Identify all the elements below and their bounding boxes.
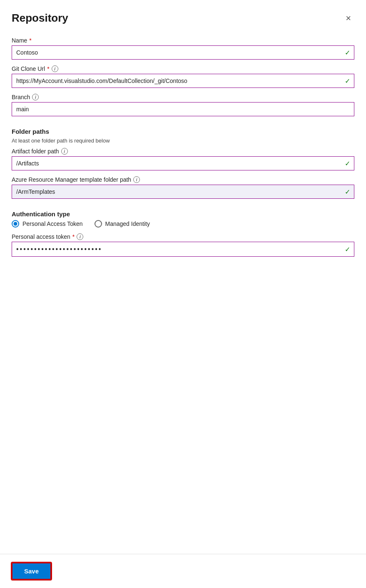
git-clone-required-star: * (47, 65, 49, 72)
managed-identity-radio[interactable] (95, 220, 102, 228)
branch-field-group: Branch i (12, 94, 354, 116)
pat-label: Personal access token * i (12, 233, 354, 240)
panel-title: Repository (12, 12, 68, 25)
arm-template-field-group: Azure Resource Manager template folder p… (12, 176, 354, 199)
auth-radio-group: Personal Access Token Managed Identity (12, 220, 354, 228)
close-button[interactable]: × (342, 12, 354, 25)
artifact-folder-input[interactable] (12, 156, 354, 170)
pat-info-icon: i (77, 233, 83, 240)
personal-access-token-option[interactable]: Personal Access Token (12, 220, 83, 228)
branch-input-wrapper (12, 102, 354, 116)
branch-input[interactable] (12, 102, 354, 116)
folder-paths-subtext: At least one folder path is required bel… (12, 138, 354, 144)
name-field-group: Name * ✓ (12, 37, 354, 60)
name-input-wrapper: ✓ (12, 45, 354, 60)
artifact-folder-label: Artifact folder path i (12, 148, 354, 155)
personal-access-token-radio[interactable] (12, 220, 19, 228)
git-clone-url-field-group: Git Clone Url * i ✓ (12, 65, 354, 88)
name-label: Name * (12, 37, 354, 44)
folder-paths-section: Folder paths At least one folder path is… (12, 128, 354, 199)
name-required-star: * (29, 37, 31, 44)
folder-paths-heading: Folder paths (12, 128, 354, 135)
git-clone-url-input-wrapper: ✓ (12, 74, 354, 88)
pat-input-wrapper: ✓ (12, 242, 354, 257)
panel-footer: Save (0, 554, 366, 588)
save-button[interactable]: Save (12, 563, 51, 580)
repository-panel: Repository × Name * ✓ Git Clone Url * i … (0, 0, 366, 588)
artifact-folder-field-group: Artifact folder path i ✓ (12, 148, 354, 170)
artifact-folder-info-icon: i (61, 148, 68, 155)
branch-label: Branch i (12, 94, 354, 100)
artifact-folder-input-wrapper: ✓ (12, 156, 354, 170)
git-clone-info-icon: i (52, 65, 58, 72)
managed-identity-label: Managed Identity (105, 220, 150, 227)
pat-field-group: Personal access token * i ✓ (12, 233, 354, 257)
name-input[interactable] (12, 45, 354, 60)
personal-access-token-label: Personal Access Token (22, 220, 83, 227)
arm-template-info-icon: i (133, 176, 140, 183)
branch-info-icon: i (32, 94, 39, 100)
git-clone-url-label: Git Clone Url * i (12, 65, 354, 72)
panel-header: Repository × (12, 12, 354, 25)
auth-type-section: Authentication type Personal Access Toke… (12, 210, 354, 257)
pat-input[interactable] (12, 242, 354, 257)
arm-template-input[interactable] (12, 185, 354, 199)
arm-template-label: Azure Resource Manager template folder p… (12, 176, 354, 183)
auth-type-heading: Authentication type (12, 210, 354, 218)
arm-template-input-wrapper: ✓ (12, 185, 354, 199)
managed-identity-option[interactable]: Managed Identity (95, 220, 150, 228)
pat-required-star: * (72, 233, 75, 240)
git-clone-url-input[interactable] (12, 74, 354, 88)
